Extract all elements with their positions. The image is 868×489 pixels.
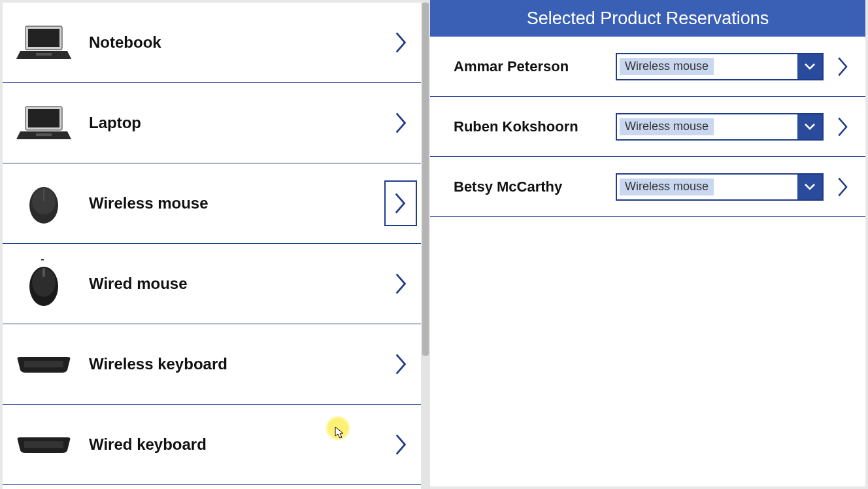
product-label: Wireless keyboard bbox=[89, 355, 386, 373]
dropdown-value: Wireless mouse bbox=[620, 58, 714, 75]
reservation-person: Betsy McCarthy bbox=[454, 178, 616, 195]
svg-rect-2 bbox=[36, 53, 52, 56]
dropdown-value: Wireless mouse bbox=[620, 118, 714, 135]
scrollbar[interactable] bbox=[421, 0, 430, 489]
product-dropdown[interactable]: Wireless mouse bbox=[616, 113, 824, 141]
reservation-row: Ammar Peterson Wireless mouse bbox=[430, 37, 865, 97]
chevron-right-icon[interactable] bbox=[830, 56, 856, 78]
svg-rect-5 bbox=[36, 133, 52, 136]
dropdown-value: Wireless mouse bbox=[620, 178, 714, 195]
chevron-right-icon[interactable] bbox=[386, 27, 417, 58]
chevron-down-icon[interactable] bbox=[797, 54, 822, 79]
product-label: Wireless mouse bbox=[89, 194, 384, 212]
svg-rect-11 bbox=[42, 268, 45, 277]
reservation-person: Ruben Kokshoorn bbox=[454, 118, 616, 135]
product-dropdown[interactable]: Wireless mouse bbox=[616, 53, 824, 80]
product-row[interactable]: Wired mouse bbox=[3, 244, 421, 324]
svg-rect-1 bbox=[28, 29, 59, 47]
chevron-down-icon[interactable] bbox=[797, 175, 822, 199]
product-row[interactable]: Wireless keyboard bbox=[3, 324, 421, 405]
product-dropdown[interactable]: Wireless mouse bbox=[616, 173, 824, 201]
svg-rect-13 bbox=[24, 441, 63, 448]
product-row[interactable]: Notebook bbox=[3, 3, 421, 83]
chevron-right-icon[interactable] bbox=[386, 348, 417, 380]
product-row[interactable]: Wireless mouse bbox=[3, 163, 421, 244]
chevron-right-icon[interactable] bbox=[386, 268, 417, 299]
chevron-right-icon[interactable] bbox=[386, 107, 417, 139]
product-label: Wired keyboard bbox=[89, 435, 386, 454]
product-label: Laptop bbox=[89, 114, 386, 132]
product-row[interactable]: Wired keyboard bbox=[3, 405, 421, 485]
svg-rect-12 bbox=[24, 361, 63, 367]
scrollbar-thumb[interactable] bbox=[422, 3, 429, 356]
chevron-right-icon[interactable] bbox=[386, 429, 417, 460]
product-thumb-icon bbox=[14, 341, 73, 387]
product-row[interactable]: Laptop bbox=[3, 83, 421, 163]
reservation-person: Ammar Peterson bbox=[454, 58, 616, 75]
chevron-right-icon[interactable] bbox=[384, 180, 417, 226]
svg-rect-4 bbox=[28, 109, 59, 127]
product-thumb-icon bbox=[14, 261, 73, 307]
product-thumb-icon bbox=[14, 180, 73, 226]
reservations-title: Selected Product Reservations bbox=[430, 0, 865, 37]
chevron-down-icon[interactable] bbox=[797, 114, 822, 139]
reservation-row: Betsy McCarthy Wireless mouse bbox=[430, 157, 865, 217]
reservation-row: Ruben Kokshoorn Wireless mouse bbox=[430, 97, 865, 157]
product-thumb-icon bbox=[14, 422, 73, 467]
product-list: Notebook Laptop Wireless mouse Wired mou… bbox=[3, 3, 421, 489]
chevron-right-icon[interactable] bbox=[830, 116, 856, 138]
reservations-panel: Selected Product Reservations Ammar Pete… bbox=[430, 0, 865, 486]
product-thumb-icon bbox=[14, 100, 73, 146]
product-label: Wired mouse bbox=[89, 275, 386, 293]
chevron-right-icon[interactable] bbox=[830, 176, 856, 198]
product-thumb-icon bbox=[14, 20, 73, 65]
product-label: Notebook bbox=[89, 33, 386, 52]
